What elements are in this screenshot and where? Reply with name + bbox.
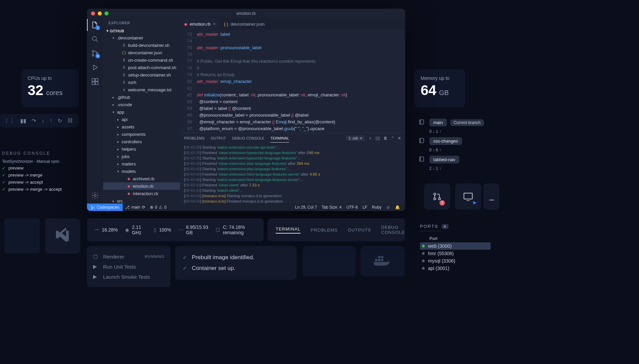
search-icon[interactable] xyxy=(91,35,99,43)
debug-icon[interactable] xyxy=(91,63,99,71)
panel-up-icon[interactable]: ⌃ xyxy=(391,136,394,141)
tree-row[interactable]: ▸src xyxy=(103,197,180,204)
tree-row[interactable]: ▸components xyxy=(103,130,180,138)
tree-row[interactable]: ▸controllers xyxy=(103,138,180,145)
port-row[interactable]: hmr (55306) xyxy=(420,250,491,257)
editor-tab[interactable]: { }devcontainer.json xyxy=(220,18,269,30)
chevron-icon: ▸ xyxy=(116,125,120,129)
explorer-icon[interactable]: 1 xyxy=(91,21,99,29)
tabsize-status[interactable]: Tab Size: 4 xyxy=(319,205,344,210)
debug-step-out-icon[interactable]: ↑ xyxy=(50,118,52,124)
branch-row[interactable]: css-changes xyxy=(419,137,484,145)
ports-title: PORTS xyxy=(420,224,438,229)
port-row[interactable]: web (3000) xyxy=(420,242,491,250)
tree-row[interactable]: ▾.devcontainer xyxy=(103,34,180,41)
port-row[interactable]: mysql (3306) xyxy=(420,257,491,265)
tree-row[interactable]: $on-create-command.sh xyxy=(103,56,180,64)
explorer-title: EXPLORER xyxy=(103,18,180,28)
tree-row[interactable]: $build-devcontainer.sh xyxy=(103,41,180,49)
eol-status[interactable]: LF xyxy=(360,205,370,210)
line-number: 87 xyxy=(180,125,197,132)
code-line: attr_reader :label xyxy=(197,31,230,38)
port-status-dot xyxy=(422,260,425,262)
chevron-icon: ▸ xyxy=(116,132,120,136)
tree-row[interactable]: ◆emotion.rb xyxy=(103,182,180,190)
check-square[interactable]: ⎯ xyxy=(483,183,499,210)
vscode-logo-tile xyxy=(45,218,80,253)
cursor-status[interactable]: Ln 29, Col 7 xyxy=(293,205,320,210)
tree-row[interactable]: ≡welcome_message.txt xyxy=(103,86,180,93)
debug-console-widget: DEBUG CONSOLE TestSynchronizer - Manual … xyxy=(0,148,79,209)
editor[interactable]: 73attr_reader :label7475attr_reader :pro… xyxy=(180,30,405,133)
debug-restart-icon[interactable]: ↻ xyxy=(58,118,62,124)
repo-root[interactable]: ▾GITHUB xyxy=(103,28,180,34)
tree-row[interactable]: ◆interaction.rb xyxy=(103,190,180,197)
tree-row[interactable]: $post-attach-command.sh xyxy=(103,64,180,71)
remote-square[interactable]: ▶ xyxy=(455,183,481,210)
tree-row[interactable]: ◆archived.rb xyxy=(103,175,180,182)
terminal-output[interactable]: [09:43:36] Starting 'watch-extension:vsc… xyxy=(180,143,405,204)
tree-row[interactable]: ▸mailers xyxy=(103,160,180,168)
extensions-icon[interactable] xyxy=(91,78,99,86)
tree-row[interactable]: ▸helpers xyxy=(103,145,180,153)
remote-icon: ❯⟨ xyxy=(90,205,95,210)
debug-step-in-icon[interactable]: ↓ xyxy=(41,118,44,124)
scm-icon[interactable]: 8 xyxy=(91,49,99,57)
panel-switch-tab[interactable]: OUTPUTS xyxy=(348,228,371,233)
debug-step-over-icon[interactable]: ↷ xyxy=(32,118,36,124)
warning-icon: ⚠ xyxy=(159,205,162,210)
tree-row[interactable]: $setup-devcontainer.sh xyxy=(103,71,180,79)
sync-icon[interactable]: ⟳ xyxy=(142,205,145,210)
panel-tab[interactable]: TERMINAL xyxy=(270,134,289,143)
debug-disconnect-icon[interactable]: ⛓ xyxy=(67,118,73,124)
editor-tab[interactable]: ◆emotion.rb× xyxy=(180,18,220,30)
line-number: 82 xyxy=(180,92,197,98)
task-row[interactable]: ▢RendererRUNNING xyxy=(93,251,164,262)
panel-switch-tab[interactable]: DEBUG CONSOLE xyxy=(381,225,405,235)
language-status[interactable]: Ruby xyxy=(370,205,384,210)
close-tab-icon[interactable]: × xyxy=(213,21,215,27)
debug-drag-icon[interactable]: ⋮⋮ xyxy=(4,118,15,124)
panel-tab[interactable]: DEBUG CONSOLE xyxy=(232,134,264,142)
task-row[interactable]: ▶Launch Smoke Tests xyxy=(93,272,164,282)
tree-row[interactable]: ▸jobs xyxy=(103,153,180,160)
port-row[interactable]: api (3001) xyxy=(420,265,491,272)
problems-status[interactable]: ⊗0⚠0 xyxy=(148,205,169,210)
chevron-icon: ▸ xyxy=(111,103,115,107)
panel-switch-tab[interactable]: PROBLEMS xyxy=(311,228,338,233)
new-terminal-icon[interactable]: ＋ xyxy=(368,135,372,141)
branch-row[interactable]: tabbed-nav xyxy=(419,156,484,163)
debug-pause-icon[interactable]: ▮▮ xyxy=(20,118,26,124)
tree-row[interactable]: ▾app xyxy=(103,108,180,116)
terminal-select[interactable]: 1: zsh▾ xyxy=(346,135,365,141)
gear-icon[interactable] xyxy=(91,191,99,200)
kill-terminal-icon[interactable]: 🗑 xyxy=(384,136,388,141)
tree-row[interactable]: ▾models xyxy=(103,168,180,175)
branch-row[interactable]: mainCurrent branch xyxy=(419,119,484,126)
panel-close-icon[interactable]: ✕ xyxy=(398,136,401,141)
bell-icon[interactable]: 🔔 xyxy=(393,205,402,210)
titlebar[interactable]: emotion.rb xyxy=(87,9,405,18)
encoding-status[interactable]: UTF-8 xyxy=(344,205,360,210)
split-terminal-icon[interactable]: ▯▯ xyxy=(375,136,380,141)
line-number: 81 xyxy=(180,85,197,92)
task-row[interactable]: ▶Run Unit Tests xyxy=(93,262,164,272)
repo-icon xyxy=(419,138,426,145)
tree-row[interactable]: ▸api xyxy=(103,116,180,123)
tree-row[interactable]: $ssrh xyxy=(103,79,180,86)
svg-rect-20 xyxy=(420,157,424,161)
codespaces-button[interactable]: ❯⟨ Codespaces xyxy=(87,204,123,211)
feedback-icon[interactable]: ☺ xyxy=(384,205,393,210)
tree-row[interactable]: ▸assets xyxy=(103,123,180,130)
panel-tab[interactable]: OUTPUT xyxy=(211,134,226,142)
folder-name: .devcontainer xyxy=(117,35,143,40)
panel-switch-tab[interactable]: TERMINAL xyxy=(276,226,301,234)
branch-sync: 0 ↓ 6 ↑ xyxy=(419,148,484,152)
panel-tab[interactable]: PROBLEMS xyxy=(184,134,205,142)
tree-row[interactable]: { }devcontainer.json xyxy=(103,49,180,56)
svg-point-17 xyxy=(94,194,96,196)
tree-row[interactable]: ▸.github xyxy=(103,93,180,101)
branch-status[interactable]: ⎇main⟳ xyxy=(123,205,148,210)
tree-row[interactable]: ▸.vscode xyxy=(103,101,180,108)
pr-square[interactable]: 7 xyxy=(424,183,450,210)
